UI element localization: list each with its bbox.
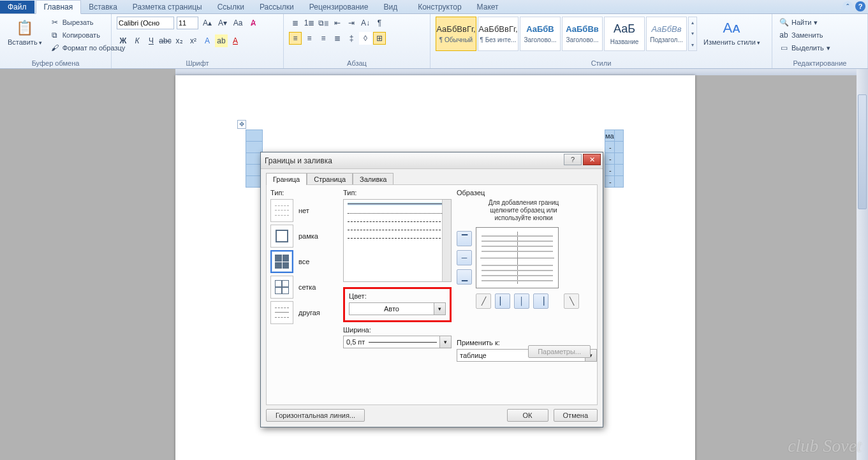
line-spacing-button[interactable]: ‡ (345, 32, 358, 45)
preview-diag-up-button[interactable]: ╲ (564, 293, 579, 309)
preview-left-border-button[interactable]: ▏ (495, 293, 510, 309)
style-heading1[interactable]: АаБбВЗаголово... (520, 17, 561, 51)
italic-button[interactable]: К (131, 34, 143, 47)
document-table-right[interactable]: ма - - - - (605, 130, 624, 188)
preview-column: Образец Для добавления границ щелкните о… (457, 189, 591, 309)
setting-all[interactable] (270, 250, 293, 273)
group-label: Стили (436, 58, 767, 67)
preview-top-border-button[interactable]: ▔ (457, 231, 472, 246)
font-size-combo[interactable] (177, 17, 198, 29)
find-button[interactable]: 🔍Найти ▾ (777, 17, 832, 28)
tab-view[interactable]: Вид (376, 1, 405, 13)
style-title[interactable]: АаБНазвание (604, 17, 645, 51)
align-center-button[interactable]: ≡ (303, 32, 316, 45)
options-button[interactable]: Параметры... (528, 345, 591, 358)
shrink-font-button[interactable]: A▾ (216, 17, 229, 29)
color-field-highlight: Цвет: Авто ▾ (343, 287, 452, 322)
watermark: club Sovet (788, 436, 862, 456)
dialog-help-button[interactable]: ? (564, 154, 582, 165)
text-effects-button[interactable]: A (201, 34, 214, 47)
style-no-spacing[interactable]: АаБбВвГг,¶ Без инте... (478, 17, 519, 51)
underline-button[interactable]: Ч (145, 34, 158, 47)
border-color-dropdown[interactable]: ▾ (434, 302, 446, 315)
dialog-tabs: Граница Страница Заливка (261, 169, 603, 185)
strike-button[interactable]: abc (159, 34, 172, 47)
multilevel-button[interactable]: ⧉≣ (317, 17, 330, 29)
select-button[interactable]: ▭Выделить ▾ (777, 42, 832, 54)
grow-font-button[interactable]: A▴ (201, 17, 214, 29)
ok-button[interactable]: ОК (507, 409, 548, 422)
bullets-button[interactable]: ≣ (289, 17, 302, 29)
cancel-button[interactable]: Отмена (554, 409, 598, 422)
scrollbar-thumb[interactable] (858, 94, 867, 209)
align-right-button[interactable]: ≡ (317, 32, 330, 45)
tab-review[interactable]: Рецензирование (302, 1, 376, 13)
dialog-tab-page[interactable]: Страница (307, 173, 353, 185)
setting-custom[interactable] (270, 301, 293, 324)
preview-diag-down-button[interactable]: ╱ (476, 293, 491, 309)
setting-grid[interactable] (270, 276, 293, 299)
style-subtitle[interactable]: АаБбВвПодзагол... (646, 17, 687, 51)
change-styles-button[interactable]: Aᴀ Изменить стили (701, 17, 763, 47)
paste-button[interactable]: 📋 Вставить (5, 17, 45, 47)
vertical-scrollbar[interactable] (857, 69, 868, 460)
preview-bottom-border-button[interactable]: ▁ (457, 269, 472, 285)
preview-vmiddle-border-button[interactable]: │ (514, 293, 529, 309)
superscript-button[interactable]: x² (187, 34, 200, 47)
tab-references[interactable]: Ссылки (210, 1, 252, 13)
change-case-button[interactable]: Aa (232, 17, 244, 29)
tab-design[interactable]: Конструктор (410, 1, 469, 13)
horizontal-line-button[interactable]: Горизонтальная линия... (266, 409, 365, 422)
minimize-ribbon-icon[interactable]: ˆ (842, 1, 853, 11)
tab-mailings[interactable]: Рассылки (252, 1, 302, 13)
border-width-dropdown[interactable]: ▾ (440, 336, 452, 348)
clear-format-button[interactable]: A̷ (247, 17, 260, 29)
style-normal[interactable]: АаБбВвГг,¶ Обычный (436, 17, 476, 51)
style-gallery-scroll[interactable]: ▴▾▾ (688, 17, 697, 51)
decrease-indent-button[interactable]: ⇤ (331, 17, 344, 29)
font-color-button[interactable]: A (229, 34, 242, 47)
dialog-close-button[interactable]: ✕ (583, 154, 601, 165)
border-color-combo[interactable]: Авто (349, 302, 434, 315)
style-heading2[interactable]: АаБбВвЗаголово... (562, 17, 603, 51)
group-label: Абзац (289, 58, 425, 67)
tab-layout[interactable]: Макет (469, 1, 506, 13)
subscript-button[interactable]: x₂ (173, 34, 186, 47)
highlight-button[interactable]: ab (215, 34, 228, 47)
align-left-button[interactable]: ≡ (289, 32, 302, 45)
increase-indent-button[interactable]: ⇥ (345, 17, 358, 29)
tab-file[interactable]: Файл (0, 1, 34, 13)
replace-button[interactable]: abЗаменить (777, 29, 832, 41)
group-font: A▴ A▾ Aa A̷ Ж К Ч abc x₂ x² A ab A Шрифт (112, 14, 284, 68)
shading-button[interactable]: ◊ (359, 32, 372, 45)
tab-insert[interactable]: Вставка (81, 1, 125, 13)
preview-right-border-button[interactable]: ▕ (533, 293, 548, 309)
font-name-combo[interactable] (117, 17, 174, 29)
sort-button[interactable]: A↓ (359, 17, 372, 29)
setting-box[interactable] (270, 225, 293, 248)
menu-tabbar: Файл Главная Вставка Разметка страницы С… (0, 0, 868, 14)
color-label: Цвет: (349, 292, 367, 300)
dialog-titlebar[interactable]: Границы и заливка ? ✕ (261, 152, 603, 169)
style-gallery[interactable]: АаБбВвГг,¶ Обычный АаБбВвГг,¶ Без инте..… (436, 17, 697, 51)
select-icon: ▭ (779, 43, 789, 53)
preview-hmiddle-border-button[interactable]: ─ (457, 250, 472, 265)
justify-button[interactable]: ≣ (331, 32, 344, 45)
setting-none[interactable] (270, 199, 293, 222)
table-move-handle[interactable]: ✥ (237, 120, 246, 129)
tab-page-layout[interactable]: Разметка страницы (125, 1, 210, 13)
show-marks-button[interactable]: ¶ (373, 17, 386, 29)
horizontal-ruler[interactable] (175, 69, 857, 75)
border-preview[interactable] (476, 227, 559, 288)
help-icon[interactable]: ? (855, 1, 865, 11)
bold-button[interactable]: Ж (117, 34, 129, 47)
border-width-combo[interactable]: 0,5 пт (343, 336, 440, 348)
border-style-list[interactable] (343, 199, 452, 282)
dialog-content: Тип: нет рамка все сетка другая Тип: (266, 184, 598, 405)
borders-button[interactable]: ⊞ (373, 32, 386, 45)
style-list-scrollbar[interactable] (442, 200, 451, 281)
dialog-tab-shading[interactable]: Заливка (353, 173, 394, 185)
tab-home[interactable]: Главная (36, 0, 82, 14)
dialog-tab-border[interactable]: Граница (266, 173, 307, 185)
numbering-button[interactable]: 1≣ (303, 17, 316, 29)
